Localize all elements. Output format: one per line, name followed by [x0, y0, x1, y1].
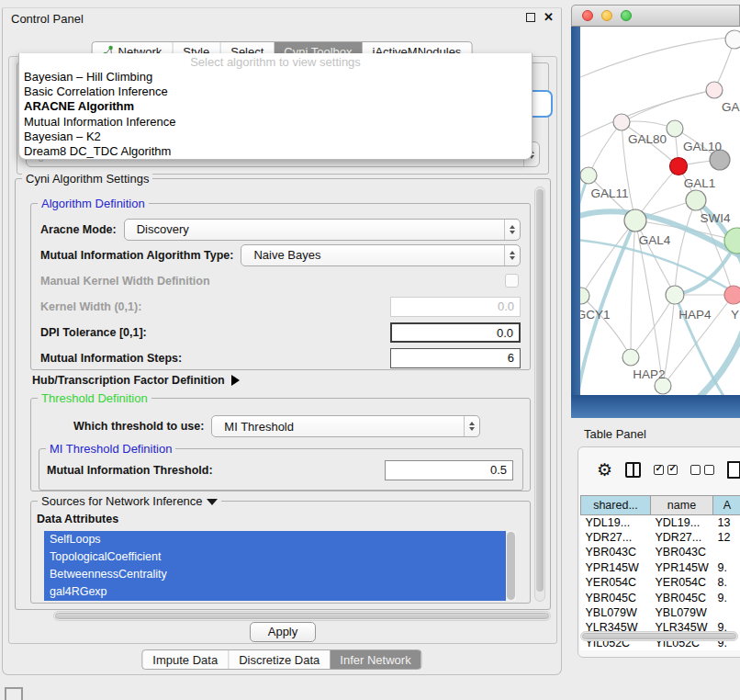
table-row[interactable]: YER054CYER054C8.	[581, 575, 740, 590]
mi-steps-field[interactable]: 6	[390, 348, 521, 368]
control-panel-title: Control Panel	[11, 12, 84, 26]
aracne-mode-combo[interactable]: Discovery	[124, 219, 521, 241]
threshold-definition-title: Threshold Definition	[38, 391, 151, 405]
aracne-mode-label: Aracne Mode:	[40, 223, 117, 236]
network-edge[interactable]	[580, 38, 727, 77]
kernel-width-field[interactable]: 0.0	[390, 297, 521, 317]
node-red[interactable]	[670, 158, 688, 175]
column-header-a[interactable]: A	[713, 496, 740, 515]
table-cell: 8.	[713, 575, 740, 590]
attribute-list-item[interactable]: BetweennessCentrality	[44, 566, 506, 583]
attributes-list-scrollbar[interactable]	[506, 531, 516, 601]
network-edge[interactable]	[631, 220, 635, 357]
deselect-all-columns-icon[interactable]	[690, 465, 714, 475]
mi-threshold-field[interactable]: 0.5	[385, 460, 513, 480]
kernel-width-label: Kernel Width (0,1):	[40, 300, 141, 313]
network-window-titlebar	[571, 5, 740, 27]
table-cell: YBR043C	[581, 545, 651, 559]
node-hap2[interactable]	[622, 349, 639, 366]
float-window-icon[interactable]	[526, 13, 535, 22]
mi-algorithm-type-combo[interactable]: Naive Bayes	[241, 244, 521, 266]
network-canvas[interactable]: GALGAL80GAL10GAL1GAL11SWI4GAL4GCY1HAP4YH…	[580, 27, 740, 395]
settings-vertical-scrollbar[interactable]	[534, 186, 545, 602]
algorithm-option[interactable]: Bayesian – Hill Climbing	[19, 70, 532, 85]
table-cell: YBR045C	[651, 590, 713, 604]
cyni-toolbox-panel: gal-filtered sif default node Select alg…	[8, 56, 557, 644]
table-cell	[713, 605, 740, 620]
gear-icon[interactable]: ⚙	[597, 461, 612, 479]
network-edge[interactable]	[635, 220, 675, 295]
column-header-shared-[interactable]: shared...	[581, 496, 651, 515]
attribute-list-item[interactable]: gal4RGexp	[44, 583, 506, 601]
threshold-definition-group: Threshold Definition Which threshold to …	[30, 398, 531, 491]
node-hap4[interactable]	[666, 286, 684, 304]
algorithm-option[interactable]: Dream8 DC_TDC Algorithm	[19, 144, 532, 159]
close-window-icon[interactable]: ✕	[544, 12, 554, 23]
node-gcy1[interactable]	[580, 288, 589, 304]
dpi-tolerance-label: DPI Tolerance [0,1]:	[40, 326, 147, 339]
network-edge[interactable]	[631, 295, 675, 357]
manual-kernel-checkbox[interactable]	[505, 274, 519, 288]
network-edge[interactable]	[580, 90, 714, 137]
column-header-name[interactable]: name	[651, 496, 713, 515]
node-label-gcy1: GCY1	[580, 308, 610, 322]
sources-group-title[interactable]: Sources for Network Inference	[38, 494, 221, 508]
unchecked-box-icon	[704, 465, 714, 475]
node-gal11[interactable]	[580, 167, 597, 184]
table-row[interactable]: YDR27...YDR27...12	[581, 530, 740, 545]
mi-threshold-label: Mutual Information Threshold:	[47, 464, 213, 477]
mi-threshold-definition-group: MI Threshold Definition Mutual Informati…	[39, 448, 523, 491]
algorithm-option[interactable]: ARACNE Algorithm	[19, 99, 532, 114]
node-gal80[interactable]	[613, 114, 630, 130]
node-label-swi4: SWI4	[700, 211, 730, 225]
table-row[interactable]: YBR045CYBR045C9.	[581, 590, 740, 604]
close-traffic-light-icon[interactable]	[582, 10, 593, 21]
network-edge[interactable]	[622, 90, 714, 122]
tab-impute-data[interactable]: Impute Data	[142, 650, 228, 669]
node-gal1[interactable]	[686, 190, 706, 210]
table-horizontal-scrollbar[interactable]	[580, 631, 738, 641]
attribute-list-item[interactable]: SelfLoops	[44, 531, 506, 548]
table-cell: YER054C	[651, 575, 713, 590]
network-selection-frame-left	[571, 27, 580, 418]
node-label-gal11: GAL11	[590, 186, 628, 200]
table-cell: 13	[713, 515, 740, 530]
hub-definition-expander[interactable]: Hub/Transcription Factor Definition	[32, 374, 240, 387]
unchecked-box-icon	[690, 465, 701, 475]
node-label-hap2: HAP2	[633, 367, 665, 381]
settings-horizontal-scrollbar[interactable]	[53, 611, 551, 621]
table-cell: 9.	[713, 560, 740, 575]
which-threshold-combo[interactable]: MI Threshold	[211, 415, 480, 437]
node-salmon[interactable]	[724, 286, 740, 304]
minimize-traffic-light-icon[interactable]	[601, 10, 612, 21]
collapsed-panel-icon[interactable]	[5, 687, 23, 700]
algorithm-options-list: Bayesian – Hill ClimbingBasic Correlatio…	[19, 70, 532, 159]
table-row[interactable]: YBL079WYBL079W	[581, 605, 740, 620]
table-row[interactable]: YBR043CYBR043C	[581, 545, 740, 559]
new-table-icon[interactable]	[727, 461, 740, 479]
split-view-icon[interactable]	[625, 462, 641, 478]
algorithm-option[interactable]: Mutual Information Inference	[19, 115, 532, 130]
node-gal10[interactable]	[667, 120, 683, 137]
algorithm-option[interactable]: Bayesian – K2	[19, 130, 532, 144]
algorithm-option[interactable]: Basic Correlation Inference	[19, 85, 532, 99]
network-edge[interactable]	[675, 200, 696, 295]
combo-stepper-icon	[504, 245, 520, 265]
attribute-list-item[interactable]: TopologicalCoefficient	[44, 548, 506, 566]
algorithm-definition-group: Algorithm Definition Aracne Mode: Discov…	[30, 203, 531, 370]
table-cell: YPR145W	[651, 560, 713, 575]
zoom-traffic-light-icon[interactable]	[621, 10, 632, 21]
apply-button[interactable]: Apply	[250, 622, 316, 642]
node-gal-pink[interactable]	[706, 82, 723, 98]
table-row[interactable]: YDL19...YDL19...13	[581, 515, 740, 530]
tab-infer-network[interactable]: Infer Network	[330, 650, 420, 669]
network-edge-highlighted[interactable]	[665, 330, 740, 395]
node-gal4[interactable]	[624, 209, 646, 231]
table-row[interactable]: YPR145WYPR145W9.	[581, 560, 740, 575]
node-top-right[interactable]	[725, 30, 740, 49]
dpi-tolerance-field[interactable]: 0.0	[390, 322, 521, 343]
tab-label: Infer Network	[340, 653, 410, 667]
select-all-columns-icon[interactable]	[654, 465, 678, 475]
network-selection-frame-bottom	[571, 395, 740, 418]
tab-discretize-data[interactable]: Discretize Data	[228, 650, 330, 669]
